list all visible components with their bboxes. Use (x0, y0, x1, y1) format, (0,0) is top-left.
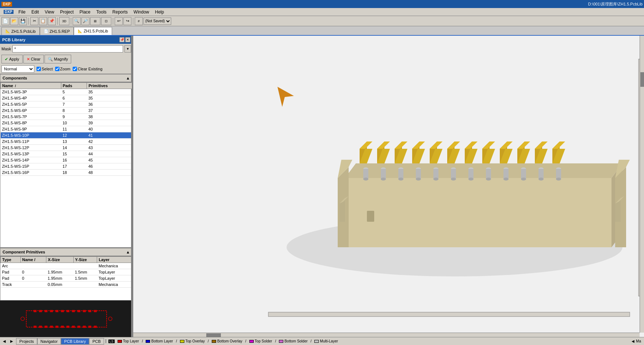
toolbar-save[interactable]: 💾 (19, 17, 27, 25)
tab-pcb-library[interactable]: PCB Library (61, 338, 89, 345)
components-table[interactable]: Name / Pads Primitives ZH (0, 82, 133, 248)
clear-existing-checkbox[interactable] (73, 67, 77, 71)
nav-next-btn[interactable]: ▶ (9, 339, 15, 343)
menu-project[interactable]: Project (57, 9, 76, 15)
magnify-button[interactable]: 🔍 Magnify (45, 55, 72, 63)
table-row[interactable]: ZH1.5-WS-13P 15 44 (1, 151, 132, 157)
table-row[interactable]: ZH1.5-WS-11P 13 42 (1, 139, 132, 145)
mask-input[interactable] (12, 45, 123, 53)
mask-row: Mask ▼ (0, 44, 133, 54)
toolbar-paste[interactable]: 📌 (48, 17, 56, 25)
zoom-checkbox-label[interactable]: Zoom (55, 67, 70, 71)
normal-select[interactable]: Normal (1, 65, 34, 73)
layer-scroll-arrow[interactable]: ◀ (632, 339, 635, 343)
table-row[interactable]: ZH1.5-WS-16P 18 48 (1, 170, 132, 176)
toolbar-view3d[interactable]: 3D (59, 17, 69, 25)
list-item[interactable]: Pad 0 1.95mm 1.5mm TopLayer (1, 269, 132, 275)
layer-multi[interactable]: Multi-Layer (313, 339, 339, 343)
toolbar-zoomsel[interactable]: ⊡ (101, 17, 111, 25)
prim-ysize-cell (73, 282, 97, 288)
apply-button[interactable]: ✔ Apply (1, 55, 23, 63)
resize-handle[interactable] (131, 36, 133, 337)
menu-help[interactable]: Help (152, 9, 167, 15)
layer-bottom[interactable]: Bottom Layer (144, 339, 174, 343)
layer-bar: LS Top Layer / Bottom Layer / Top Overla… (106, 339, 643, 343)
list-item[interactable]: Arc Mechanica (1, 263, 132, 269)
menu-file[interactable]: File (16, 9, 28, 15)
list-item[interactable]: Track 0.05mm Mechanica (1, 282, 132, 288)
clear-existing-checkbox-label[interactable]: Clear Existing (73, 67, 103, 71)
panel-close-btn[interactable]: ✕ (125, 37, 130, 42)
table-row[interactable]: ZH1.5-WS-10P 12 41 (1, 132, 132, 139)
primitives-table[interactable]: Type Name / X-Size Y-Size Layer Arc Mech… (0, 256, 133, 301)
toolbar-grid-select[interactable]: (Not Saved) (143, 18, 171, 25)
canvas-vscrollbar[interactable] (640, 36, 644, 333)
prim-col-name[interactable]: Name / (20, 257, 46, 263)
toolbar-undo[interactable]: ↩ (115, 17, 123, 25)
layer-top-solder[interactable]: Top Solder (248, 339, 274, 343)
menu-place[interactable]: Place (77, 9, 93, 15)
table-row[interactable]: ZH1.5-WS-9P 11 40 (1, 126, 132, 132)
prim-layer-cell: TopLayer (97, 269, 132, 275)
menu-edit[interactable]: Edit (28, 9, 42, 15)
layer-bottom-solder[interactable]: Bottom Solder (277, 339, 309, 343)
prim-col-xsize[interactable]: X-Size (46, 257, 73, 263)
zoom-checkbox[interactable] (55, 67, 60, 71)
toolbar-zoomout[interactable]: 🔎 (81, 17, 89, 25)
doc-tab-1[interactable]: 📄 ZH1.5.REP (40, 27, 74, 35)
toolbar-new[interactable]: 📄 (1, 17, 9, 25)
tab-pcb[interactable]: PCB (89, 338, 104, 345)
canvas-vscroll-thumb[interactable] (640, 72, 644, 87)
table-row[interactable]: ZH1.5-WS-4P 6 35 (1, 95, 132, 101)
tab-projects[interactable]: Projects (16, 338, 37, 345)
col-name[interactable]: Name / (1, 83, 61, 89)
svg-rect-23 (77, 326, 80, 328)
table-row[interactable]: ZH1.5-WS-8P 10 39 (1, 120, 132, 126)
nav-prev-btn[interactable]: ◀ (1, 339, 7, 343)
clear-button[interactable]: ✕ Clear (23, 55, 44, 63)
prim-col-type[interactable]: Type (1, 257, 21, 263)
doc-tab-0[interactable]: 📐 ZH1.5.PcbLib (1, 27, 40, 35)
menu-reports[interactable]: Reports (110, 9, 131, 15)
canvas-hscroll-thumb[interactable] (206, 333, 221, 337)
menu-dxp[interactable]: DXP (1, 9, 16, 15)
menu-tools[interactable]: Tools (93, 9, 110, 15)
select-checkbox-label[interactable]: Select (37, 67, 53, 71)
canvas-area[interactable] (133, 36, 644, 337)
table-row[interactable]: ZH1.5-WS-5P 7 36 (1, 101, 132, 108)
layer-bottom-overlay[interactable]: Bottom Overlay (210, 339, 244, 343)
mask-dropdown-btn[interactable]: ▼ (124, 45, 131, 53)
tab-icon-0: 📐 (5, 29, 10, 33)
prim-col-layer[interactable]: Layer (97, 257, 132, 263)
toolbar-zoomin[interactable]: 🔍 (73, 17, 81, 25)
menu-window[interactable]: Window (131, 9, 152, 15)
layer-top-overlay[interactable]: Top Overlay (179, 339, 206, 343)
select-checkbox[interactable] (37, 67, 41, 71)
doc-tab-2[interactable]: 📐 ZH1.5.PcbLib (74, 27, 112, 35)
col-pads[interactable]: Pads (61, 83, 87, 89)
col-primitives[interactable]: Primitives (87, 83, 132, 89)
canvas-hscrollbar[interactable] (133, 333, 640, 337)
table-row[interactable]: ZH1.5-WS-12P 14 43 (1, 145, 132, 151)
tab-navigator[interactable]: Navigator (37, 338, 61, 345)
panel-pin-btn[interactable]: 📌 (119, 37, 124, 42)
toolbar-redo[interactable]: ↪ (123, 17, 131, 25)
svg-rect-3 (34, 310, 37, 312)
menu-view[interactable]: View (42, 9, 57, 15)
layer-top[interactable]: Top Layer (116, 339, 141, 343)
toolbar-open[interactable]: 📂 (10, 17, 18, 25)
prim-col-ysize[interactable]: Y-Size (73, 257, 97, 263)
primitives-expand-icon[interactable]: ▲ (126, 250, 130, 254)
table-row[interactable]: ZH1.5-WS-6P 8 37 (1, 108, 132, 114)
toolbar-zoomall[interactable]: ⊞ (90, 17, 100, 25)
components-expand-icon[interactable]: ▲ (126, 76, 130, 80)
list-item[interactable]: Pad 0 1.95mm 1.5mm TopLayer (1, 275, 132, 282)
table-row[interactable]: ZH1.5-WS-14P 16 45 (1, 157, 132, 163)
toolbar-cut[interactable]: ✂ (30, 17, 38, 25)
table-row[interactable]: ZH1.5-WS-3P 5 35 (1, 89, 132, 95)
table-row[interactable]: ZH1.5-WS-15P 17 46 (1, 163, 132, 170)
prim-xsize-cell (46, 263, 73, 269)
table-row[interactable]: ZH1.5-WS-7P 9 38 (1, 114, 132, 120)
toolbar-copy[interactable]: 📋 (39, 17, 47, 25)
toolbar-grid[interactable]: # (135, 17, 143, 25)
